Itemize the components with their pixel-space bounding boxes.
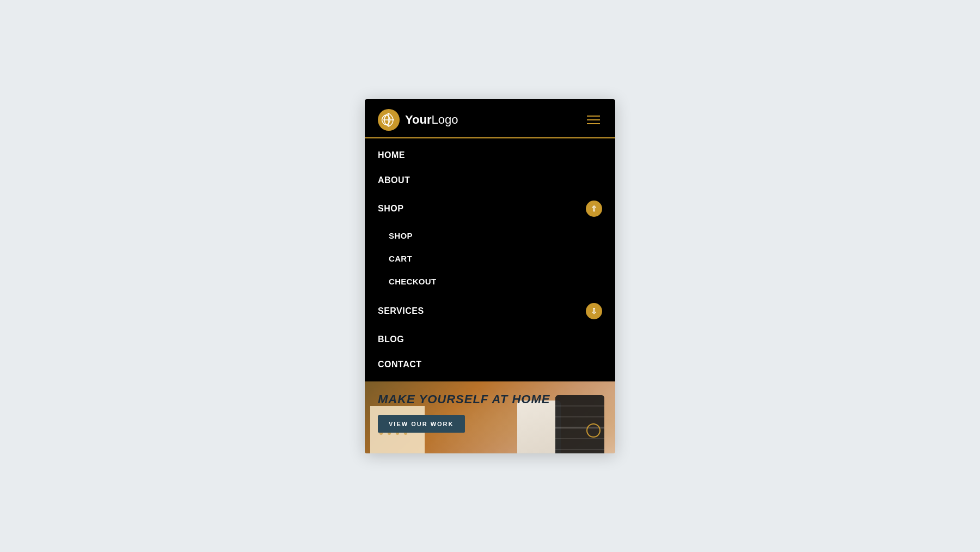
sub-item-cart[interactable]: CART — [365, 247, 615, 270]
shop-submenu: SHOP CART CHECKOUT — [365, 225, 615, 295]
logo-icon — [378, 109, 400, 131]
nav-item-services[interactable]: SERVICES ⇩ — [365, 295, 615, 327]
sub-item-checkout-label: CHECKOUT — [389, 277, 436, 286]
phone-mockup: YourLogo HOME ABOUT SHOP ⇧ SHOP — [365, 99, 615, 453]
hero-section: MAKE YOURSELF AT HOME VIEW OUR WORK — [365, 381, 615, 453]
view-work-button[interactable]: VIEW OUR WORK — [378, 415, 465, 433]
hamburger-line-3 — [587, 123, 600, 124]
nav-item-blog[interactable]: BLOG — [365, 327, 615, 352]
nav-item-home[interactable]: HOME — [365, 143, 615, 168]
shop-chevron-button[interactable]: ⇧ — [586, 201, 602, 217]
nav-item-blog-label: BLOG — [378, 335, 404, 344]
nav-item-services-label: SERVICES — [378, 306, 424, 316]
hamburger-line-2 — [587, 119, 600, 120]
nav-menu: HOME ABOUT SHOP ⇧ SHOP CART CHECKOUT — [365, 138, 615, 381]
pillow-dark — [555, 395, 604, 453]
nav-item-contact[interactable]: CONTACT — [365, 352, 615, 377]
svg-rect-3 — [555, 395, 604, 453]
hero-text: MAKE YOURSELF AT HOME VIEW OUR WORK — [378, 392, 550, 433]
hamburger-button[interactable] — [585, 113, 602, 126]
logo-area: YourLogo — [378, 109, 458, 131]
header: YourLogo — [365, 99, 615, 138]
sub-item-shop[interactable]: SHOP — [365, 225, 615, 247]
chevron-down-icon: ⇩ — [591, 307, 597, 315]
sub-item-checkout[interactable]: CHECKOUT — [365, 270, 615, 293]
services-chevron-button[interactable]: ⇩ — [586, 303, 602, 319]
hamburger-line-1 — [587, 116, 600, 117]
nav-item-contact-label: CONTACT — [378, 360, 422, 369]
nav-item-about[interactable]: ABOUT — [365, 168, 615, 193]
nav-item-shop[interactable]: SHOP ⇧ — [365, 193, 615, 225]
logo-text: YourLogo — [405, 113, 458, 127]
nav-item-about-label: ABOUT — [378, 175, 410, 185]
nav-item-home-label: HOME — [378, 150, 405, 160]
chevron-up-icon: ⇧ — [591, 205, 597, 213]
sub-item-shop-label: SHOP — [389, 231, 413, 240]
nav-item-shop-label: SHOP — [378, 204, 403, 214]
sub-item-cart-label: CART — [389, 254, 412, 263]
hero-title: MAKE YOURSELF AT HOME — [378, 392, 550, 407]
